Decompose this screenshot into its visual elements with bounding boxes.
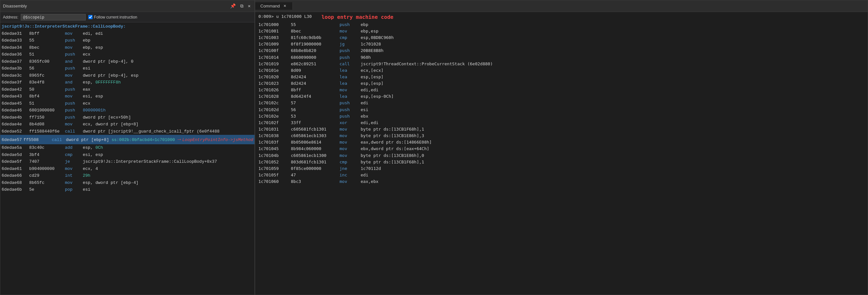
close-icon[interactable]: ✕ <box>247 3 252 9</box>
cmd-operands: esp,[esp-0Ch] <box>361 93 864 100</box>
cmd-row: 1c70102f33ffxoredi,edi <box>258 120 865 126</box>
asm-bytes: 8bff <box>29 31 65 37</box>
asm-operands: dword ptr [ebp+8]ss:002b:0bfacbd4=1c7010… <box>66 135 253 144</box>
cmd-bytes: c605861ecb1300 <box>291 152 340 159</box>
asm-row: 6dedae318bffmovedi, edi <box>0 30 254 37</box>
cmd-addr: 1c701023 <box>258 80 291 87</box>
asm-row: 6dedae3355pushebp <box>0 37 254 44</box>
asm-operands: esi <box>83 186 253 193</box>
cmd-mnem: lea <box>340 93 361 100</box>
cmd-operands: ebx,dword ptr ds:[eax+64Ch] <box>361 146 864 152</box>
asm-row: 6dedae5a83c40caddesp, 0Ch <box>0 144 254 151</box>
cmd-mnem: cmp <box>340 159 361 166</box>
asm-bytes: 8bf4 <box>29 93 65 100</box>
cmd-bytes: 8bff <box>291 87 340 93</box>
asm-operands: esi, esp <box>83 93 253 100</box>
cmd-addr: 1c70105f <box>258 172 291 178</box>
cmd-addr: 1c701009 <box>258 41 291 48</box>
asm-addr: 6dedae66 <box>2 173 29 179</box>
asm-mnem: mov <box>65 45 83 51</box>
asm-mnem: mov <box>65 72 83 79</box>
cmd-bytes: c605681fcb1301 <box>291 126 340 132</box>
cmd-addr: 1c701020 <box>258 74 291 80</box>
cmd-addr: 1c701003 <box>258 34 291 41</box>
float-icon[interactable]: ⧉ <box>239 3 245 9</box>
asm-addr: 6dedae5d <box>2 152 29 158</box>
cmd-bytes: 8d2424 <box>291 80 340 87</box>
cmd-mnem: mov <box>340 132 361 139</box>
asm-content[interactable]: jscript9!Js::InterpreterStackFrame::Call… <box>0 22 254 295</box>
cmd-row: 1c70100f68b8e8b820push20B8E8B8h <box>258 48 865 54</box>
asm-mnem: add <box>65 145 83 151</box>
asm-operands: esp, 0Ch <box>83 145 253 151</box>
cmd-mnem: push <box>340 22 361 28</box>
follow-checkbox[interactable] <box>88 15 93 19</box>
asm-operands: dword ptr [ecx+50h] <box>83 114 253 121</box>
cmd-row: 1c70104bc605861ecb1300movbyte ptr ds:[13… <box>258 152 865 159</box>
asm-bytes: 51 <box>29 100 65 107</box>
asm-mnem: push <box>65 100 83 107</box>
cmd-bytes: 68b8e8b820 <box>291 48 340 54</box>
address-input[interactable] <box>21 14 86 21</box>
cmd-bytes: 57 <box>291 100 340 106</box>
asm-bytes: 5e <box>29 186 65 193</box>
asm-bytes: 56 <box>29 65 65 72</box>
asm-mnem: call <box>65 128 83 135</box>
cmd-bytes: 56 <box>291 107 340 113</box>
asm-mnem: push <box>65 107 83 114</box>
cmd-mnem: mov <box>340 126 361 132</box>
asm-row: 6dedae4551pushecx <box>0 100 254 107</box>
cmd-mnem: mov <box>340 28 361 34</box>
asm-addr: 6dedae5a <box>2 145 29 151</box>
cmd-mnem: jne <box>340 166 361 172</box>
follow-instruction-checkbox[interactable]: Follow current instruction <box>88 15 137 20</box>
asm-operands: dword ptr [jscript9!__guard_check_icall_… <box>83 128 253 135</box>
asm-mnem: pop <box>65 186 83 193</box>
address-label: Address: <box>3 15 18 20</box>
asm-operands: ecx <box>83 51 253 58</box>
annotation-arrow: → <box>178 135 181 144</box>
cmd-mnem: xor <box>340 120 361 126</box>
asm-row: 6dedae378365fc00anddword ptr [ebp-4], 0 <box>0 58 254 65</box>
command-tab[interactable]: Command ✕ <box>255 2 293 10</box>
command-tab-close[interactable]: ✕ <box>282 4 287 8</box>
cmd-operands: 20B8E8B8h <box>361 48 864 54</box>
asm-row: 6dedae438bf4movesi, esp <box>0 93 254 100</box>
asm-operands: esi, esp <box>83 152 253 158</box>
asm-operands: ebp, esp <box>83 45 253 51</box>
cmd-operands: 1c70112d <box>361 166 864 172</box>
cmd-mnem: mov <box>340 139 361 146</box>
asm-addr: 6dedae31 <box>2 31 29 37</box>
asm-addr: 6dedae57 <box>2 137 23 143</box>
cmd-operands: ecx,[ecx] <box>361 67 864 74</box>
asm-mnem: mov <box>65 31 83 37</box>
cmd-row: 1c7010458b984c060000movebx,dword ptr ds:… <box>258 146 865 152</box>
asm-bytes: 51 <box>29 51 65 58</box>
cmd-mnem: push <box>340 107 361 113</box>
cmd-addr: 1c701059 <box>258 166 291 172</box>
asm-header: jscript9!Js::InterpreterStackFrame::Call… <box>0 23 254 30</box>
asm-mnem: mov <box>65 93 83 100</box>
follow-label: Follow current instruction <box>94 15 137 20</box>
cmd-prompt-line: 0:009> u 1c701000 L30 loop entry machine… <box>258 13 865 22</box>
asm-bytes: 8965fc <box>29 72 65 79</box>
asm-addr: 6dedae37 <box>2 58 29 65</box>
asm-row: 6dedae5f7407jejscript9!Js::InterpreterSt… <box>0 158 254 166</box>
asm-row: 6dedae5d3bf4cmpesi, esp <box>0 151 254 158</box>
titlebar-icon-group: 📌 ⧉ ✕ <box>229 3 252 9</box>
command-content[interactable]: 0:009> u 1c701000 L30 loop entry machine… <box>255 12 868 295</box>
asm-addr: 6dedae61 <box>2 166 29 172</box>
asm-bytes: 83e4f8 <box>29 79 65 86</box>
disassembly-title: Disassembly <box>3 4 27 8</box>
asm-row: 6dedae61b904000000movecx, 4 <box>0 166 254 173</box>
cmd-row: 1c7010208d2424leaesp,[esp] <box>258 74 865 80</box>
cmd-addr: 1c70102e <box>258 113 291 120</box>
asm-bytes: 8bec <box>29 45 65 51</box>
cmd-mnem: lea <box>340 80 361 87</box>
loop-label: loop entry machine code <box>321 13 394 22</box>
asm-bytes: 8b4d08 <box>29 121 65 128</box>
cmd-row: 1c70105f47incedi <box>258 172 865 178</box>
cmd-bytes: 53 <box>291 113 340 120</box>
pin-icon[interactable]: 📌 <box>229 3 237 9</box>
asm-row: 6dedae3c8965fcmovdword ptr [ebp-4], esp <box>0 72 254 79</box>
